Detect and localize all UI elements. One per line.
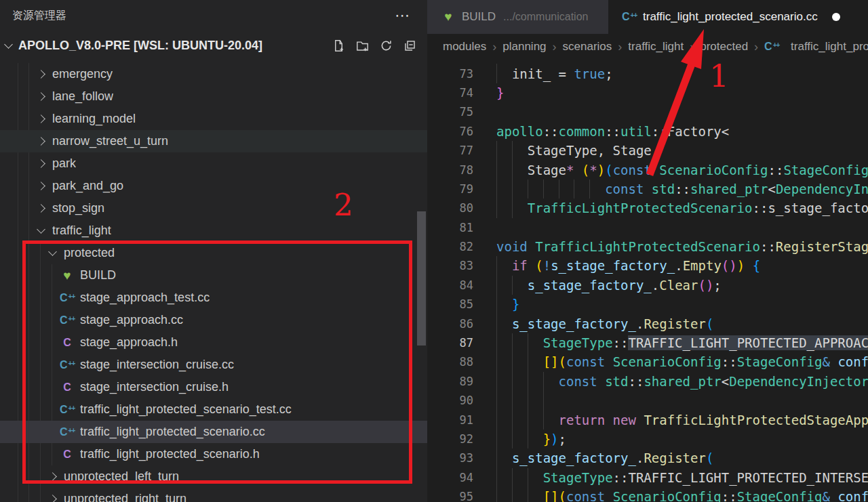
code-line-87[interactable]: 87 StageType::TRAFFIC_LIGHT_PROTECTED_AP…: [427, 333, 868, 352]
code-token: (: [582, 163, 589, 177]
tree-item-protected[interactable]: protected: [0, 242, 427, 264]
code-line-91[interactable]: 91 return new TrafficLightProtectedStage…: [427, 410, 868, 429]
tab-traffic-light-protected-scenario[interactable]: C++ traffic_light_protected_scenario.cc: [608, 0, 868, 34]
code-line-86[interactable]: 86 s_stage_factory_.Register(: [427, 314, 868, 333]
code-line-88[interactable]: 88 [](const ScenarioConfig::StageConfig&…: [427, 352, 868, 371]
code-token: .: [652, 278, 659, 293]
code-line-74[interactable]: 74}: [427, 83, 868, 102]
code-token: [](: [543, 354, 566, 369]
code-line-85[interactable]: 85 }: [427, 295, 868, 314]
code-line-93[interactable]: 93 s_stage_factory_.Register(: [427, 448, 868, 467]
new-folder-icon[interactable]: [356, 39, 369, 52]
code-line-75[interactable]: 75: [427, 102, 868, 121]
breadcrumb-item-protected[interactable]: protected: [700, 40, 748, 54]
code-token: ;: [605, 66, 612, 81]
code-line-94[interactable]: 94 StageType::TRAFFIC_LIGHT_PROTECTED_IN…: [427, 468, 868, 487]
code-line-92[interactable]: 92 });: [427, 430, 868, 448]
tree-item-narrow_street_u_turn[interactable]: narrow_street_u_turn: [0, 130, 427, 152]
c-header-file-icon: C: [60, 381, 75, 394]
code-token: ::: [675, 182, 690, 196]
refresh-icon[interactable]: [380, 39, 393, 52]
tree-item-lane_follow[interactable]: lane_follow: [0, 85, 427, 108]
code-token: Stage: [496, 163, 566, 177]
indent-guide: [512, 276, 513, 295]
code-line-89[interactable]: 89 const std::shared_ptr<DependencyInjec…: [427, 372, 868, 391]
code-line-76[interactable]: 76apollo::common::util::Factory<: [427, 122, 868, 141]
tree-item-emergency[interactable]: emergency: [0, 63, 427, 85]
code-token: s_stage_factory_: [528, 278, 652, 293]
line-number: 92: [427, 432, 473, 446]
code-line-73[interactable]: 73 init_ = true;: [427, 64, 868, 83]
tree-item-traffic_light_protected_scenario.h[interactable]: Ctraffic_light_protected_scenario.h: [0, 443, 427, 465]
code-line-84[interactable]: 84 s_stage_factory_.Clear();: [427, 276, 868, 295]
cpp-file-icon: C++: [60, 314, 75, 327]
breadcrumb-item-scenarios[interactable]: scenarios: [563, 40, 612, 54]
code-token: s_stage_factory_: [512, 451, 636, 465]
indent-guide: [496, 372, 497, 391]
sidebar-scrollbar-thumb[interactable]: [417, 211, 426, 346]
tree-item-traffic_light_protected_scenario_test.cc[interactable]: C++traffic_light_protected_scenario_test…: [0, 398, 427, 421]
indent-guide: [496, 314, 497, 333]
code-token: void: [496, 239, 528, 254]
code-line-content: });: [473, 430, 868, 448]
workspace-header[interactable]: APOLLO_V8.0-PRE [WSL: UBUNTU-20.04]: [0, 31, 427, 60]
bazel-file-icon: ♥: [60, 268, 75, 283]
tree-item-stage_approach.cc[interactable]: C++stage_approach.cc: [0, 309, 427, 331]
code-editor[interactable]: 7273 init_ = true;74}7576apollo::common:…: [427, 45, 868, 502]
code-line-content: StageType, Stage,: [473, 141, 868, 160]
collapse-all-icon[interactable]: [403, 39, 416, 52]
breadcrumb-item-file[interactable]: traffic_light_protected_scenario.cc: [791, 40, 868, 54]
indent-guide: [496, 141, 497, 160]
indent-guide: [496, 64, 497, 83]
breadcrumb-item-modules[interactable]: modules: [443, 40, 486, 54]
code-line-77[interactable]: 77 StageType, Stage,: [427, 141, 868, 160]
code-token: config: [837, 354, 868, 369]
breadcrumb-item-planning[interactable]: planning: [502, 40, 546, 54]
code-token: [605, 489, 612, 502]
tree-item-park_and_go[interactable]: park_and_go: [0, 175, 427, 197]
tree-item-traffic_light[interactable]: traffic_light: [0, 219, 427, 242]
new-file-icon[interactable]: [332, 39, 345, 52]
tree-item-learning_model[interactable]: learning_model: [0, 108, 427, 130]
code-token: if: [512, 258, 528, 273]
line-number: 77: [427, 144, 473, 157]
code-line-83[interactable]: 83 if (!s_stage_factory_.Empty()) {: [427, 256, 868, 275]
vscode-window: 资源管理器 ⋯ APOLLO_V8.0-PRE [WSL: UBUNTU-20.…: [0, 0, 868, 502]
tab-build[interactable]: ♥ BUILD .../communication: [427, 0, 608, 34]
tree-item-unprotected_right_turn[interactable]: unprotected_right_turn: [0, 488, 427, 502]
modified-dot-icon[interactable]: [832, 13, 840, 21]
code-token: [574, 163, 581, 177]
tree-item-stage_intersection_cruise.cc[interactable]: C++stage_intersection_cruise.cc: [0, 354, 427, 376]
more-actions-icon[interactable]: ⋯: [395, 12, 411, 19]
tree-item-unprotected_left_turn[interactable]: unprotected_left_turn: [0, 465, 427, 488]
line-number: 78: [427, 163, 473, 177]
code-token: true: [574, 66, 605, 81]
breadcrumb-item-traffic_light[interactable]: traffic_light: [628, 40, 684, 54]
indent-guide: [512, 160, 513, 179]
tree-item-stage_intersection_cruise.h[interactable]: Cstage_intersection_cruise.h: [0, 376, 427, 398]
tree-item-stage_approach.h[interactable]: Cstage_approach.h: [0, 331, 427, 354]
indent-guide: [528, 430, 528, 448]
code-line-82[interactable]: 82void TrafficLightProtectedScenario::Re…: [427, 237, 868, 256]
tree-item-park[interactable]: park: [0, 152, 427, 175]
chevron-down-icon: [37, 225, 45, 234]
code-line-80[interactable]: 80 TrafficLightProtectedScenario::s_stag…: [427, 198, 868, 217]
code-token: RegisterStages: [776, 239, 868, 254]
code-token: ): [737, 258, 745, 273]
code-line-content: void TrafficLightProtectedScenario::Regi…: [473, 237, 868, 256]
code-token: StageConfig: [737, 489, 823, 502]
tree-item-traffic_light_protected_scenario.cc[interactable]: C++traffic_light_protected_scenario.cc: [0, 421, 427, 443]
tree-item-stage_approach_test.cc[interactable]: C++stage_approach_test.cc: [0, 287, 427, 309]
code-line-81[interactable]: 81: [427, 218, 868, 237]
code-line-79[interactable]: 79 const std::shared_ptr<DependencyInjec…: [427, 180, 868, 198]
line-number: 85: [427, 297, 473, 311]
code-line-content: [](const ScenarioConfig::StageConfig& co…: [473, 487, 868, 502]
tree-item-BUILD[interactable]: ♥BUILD: [0, 264, 427, 287]
code-line-78[interactable]: 78 Stage* (*)(const ScenarioConfig::Stag…: [427, 160, 868, 179]
tree-item-stop_sign[interactable]: stop_sign: [0, 197, 427, 219]
code-line-95[interactable]: 95 [](const ScenarioConfig::StageConfig&…: [427, 487, 868, 502]
code-line-90[interactable]: 90: [427, 391, 868, 410]
bazel-file-icon: ♥: [441, 9, 456, 24]
code-token: StageConfig: [783, 163, 868, 177]
cpp-file-icon: C++: [60, 292, 75, 304]
